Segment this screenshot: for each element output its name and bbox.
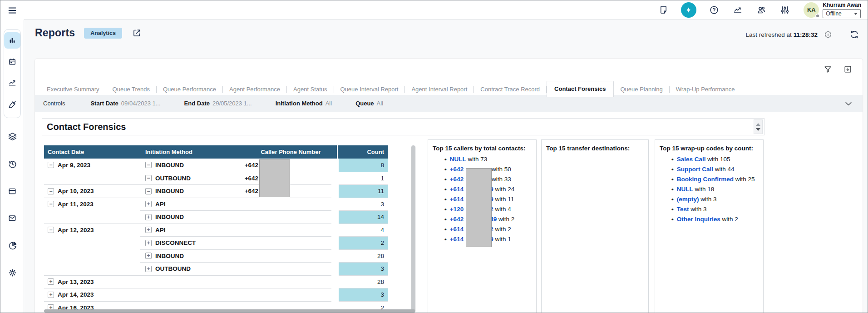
filter-queue[interactable]: QueueAll [355,100,383,107]
expand-toggle-icon[interactable]: + [145,253,152,259]
panel-item-count: with 50 [490,166,511,173]
panel-link[interactable]: Test [677,206,689,213]
column-gap [331,288,339,301]
filter-start-date[interactable]: Start Date09/04/2023 1... [90,100,160,107]
section-stepper[interactable] [754,119,763,134]
scrollbar-thumb[interactable] [411,145,415,313]
cell-count: 14 [339,210,388,224]
panel-link[interactable]: Other Inquiries [677,216,720,223]
status-dot [815,14,820,18]
menu-icon[interactable] [6,5,18,15]
contact-date-value: Apr 9, 2023 [58,162,90,169]
report-tabs: Executive SummaryQueue TrendsQueue Perfo… [40,81,822,97]
initiation-method-value: API [155,201,166,208]
expand-toggle-icon[interactable]: + [145,201,152,207]
expand-toggle-icon[interactable]: + [145,214,152,220]
expand-toggle-icon[interactable]: + [48,292,54,298]
agents-button[interactable] [755,4,767,16]
panel-item-count: with 73 [466,156,488,163]
panel-link[interactable]: +120 [450,206,464,213]
table-vertical-scrollbar[interactable] [411,145,416,313]
panel-link[interactable]: Support Call [677,166,713,173]
window-icon [8,187,17,196]
cell-initiation-method: +OUTBOUND [140,262,241,275]
cell-count: 3 [339,198,388,211]
expand-toggle-icon[interactable]: − [48,188,54,194]
column-header-caller-phone[interactable]: Caller Phone Number [245,145,337,159]
help-button[interactable] [708,4,720,16]
column-header-count[interactable]: Count [338,145,388,159]
sidebar-item-settings[interactable] [4,264,20,281]
sidebar-item-windows[interactable] [4,183,20,199]
preferences-button[interactable] [779,4,791,16]
expand-toggle-icon[interactable]: + [48,278,54,285]
quick-actions-button[interactable] [681,2,696,18]
panel-link[interactable]: +614 [450,226,464,233]
open-external-button[interactable] [131,27,143,39]
tab-contact-forensics[interactable]: Contact Forensics [547,81,613,97]
panel-link[interactable]: NULL [677,186,693,193]
expand-toggle-icon[interactable]: − [145,188,152,194]
panel-link[interactable]: Sales Call [677,156,706,163]
notes-button[interactable] [657,4,669,16]
panel-link[interactable]: +614 [450,196,464,203]
panel-item-count: with 4 [493,206,511,213]
panel-item-count: with 25 [734,176,755,183]
refresh-info-button[interactable] [822,29,834,40]
filter-end-date[interactable]: End Date29/05/2023 1... [184,100,252,107]
status-select[interactable]: Offline [823,9,861,18]
filter-value: All [377,100,383,107]
column-header-contact-date[interactable]: Contact Date [44,145,142,159]
bullet-icon: • [444,186,447,193]
contact-date-value: Apr 13, 2023 [58,278,94,285]
expand-toggle-icon[interactable]: + [145,240,152,246]
panel-link[interactable]: NULL [450,156,466,163]
sidebar-item-history[interactable] [4,156,20,172]
controls-collapse-button[interactable] [843,98,854,109]
sidebar-item-mail[interactable] [4,210,20,226]
cell-caller-phone [241,288,331,301]
sidebar-item-flows[interactable] [4,128,20,144]
sidebar-item-design[interactable] [4,96,20,113]
panel-link[interactable]: (empty) [677,196,699,203]
expand-toggle-icon[interactable]: − [48,162,54,168]
expand-toggle-icon[interactable]: − [48,201,54,207]
sidebar-item-reports[interactable] [4,32,20,49]
redaction-box [466,168,492,247]
bullet-icon: • [444,196,447,203]
line-chart-icon [8,79,17,88]
panel-item-count: with 44 [713,166,735,173]
panel-link[interactable]: Booking Confirmed [677,176,734,183]
expand-toggle-icon[interactable]: − [145,162,152,168]
user-name: Khurram Awan [823,2,861,8]
panel-link[interactable]: +642 [450,166,464,173]
expand-toggle-icon[interactable]: + [145,266,152,272]
expand-toggle-icon[interactable]: − [145,175,152,181]
panel-link[interactable]: +614 [450,186,464,193]
panel-list-item: •(empty) with 3 [671,196,759,203]
panel-title: Top 15 transfer destinations: [546,145,644,152]
panel-link[interactable]: +642 [450,176,464,183]
page-title: Reports [35,27,75,39]
expand-toggle-icon[interactable]: + [145,227,152,233]
panel-link[interactable]: +614 [450,236,464,243]
table-horizontal-scrollbar[interactable] [44,309,415,313]
refresh-button[interactable] [848,29,860,40]
download-button[interactable] [842,63,853,75]
cell-contact-date [44,236,140,249]
column-header-initiation-method[interactable]: Initiation Method [142,145,245,159]
sidebar-item-analytics[interactable] [4,237,20,253]
sidebar-item-metrics[interactable] [4,75,20,91]
contact-forensics-table: Contact Date Initiation Method Caller Ph… [44,145,388,313]
sidebar-item-schedule[interactable] [4,54,20,70]
metrics-button[interactable] [732,4,744,16]
cell-count: 3 [339,262,388,275]
panel-link[interactable]: +642 [450,216,464,223]
column-gap [331,262,339,275]
column-gap [331,236,339,249]
bar-chart-icon [8,36,17,45]
filter-button[interactable] [822,63,833,75]
expand-toggle-icon[interactable]: − [48,227,54,233]
avatar[interactable]: KA [804,2,819,18]
filter-initiation-method[interactable]: Initiation MethodAll [276,100,332,107]
